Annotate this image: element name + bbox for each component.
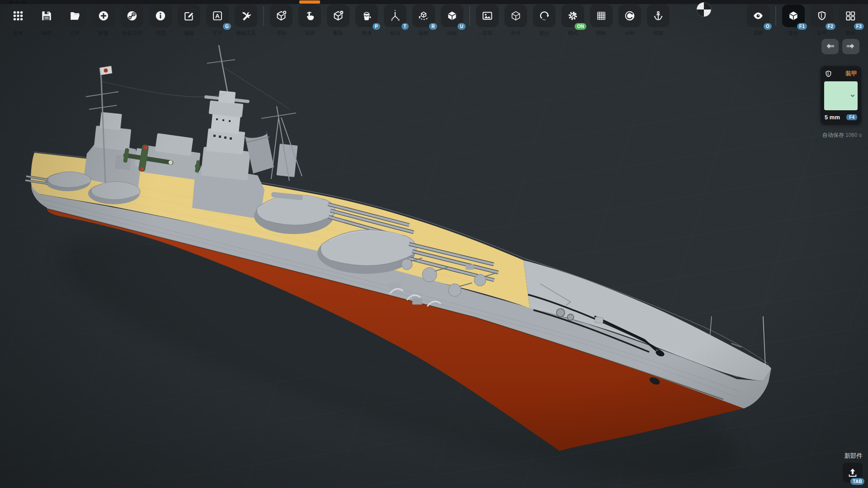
- autosave-label: 自动保存: [822, 132, 844, 138]
- new-part-label: 新部件: [844, 452, 863, 460]
- grid-menu-icon: [12, 10, 24, 22]
- axis-icon: YZX: [389, 10, 401, 22]
- armor-mode-button[interactable]: F2装甲: [811, 5, 833, 27]
- scale-button[interactable]: U缩放: [441, 5, 463, 27]
- cube-solid-icon: [788, 10, 799, 22]
- key-badge: F1: [797, 23, 807, 30]
- reset-view-button[interactable]: 复位: [533, 5, 556, 27]
- rotate-button[interactable]: R旋转: [412, 5, 435, 27]
- titlebar-mark: [9, 1, 13, 3]
- save-button[interactable]: 保存: [35, 5, 58, 27]
- tools-icon: [240, 10, 252, 22]
- info-icon: [155, 10, 166, 22]
- key-badge: G: [223, 23, 231, 30]
- key-badge: R: [429, 23, 437, 30]
- edit-button[interactable]: 编辑: [178, 5, 200, 27]
- tool-group-observe: O观察: [747, 5, 769, 27]
- viewport-3d[interactable]: [0, 0, 868, 488]
- autosave-value: 1060 s: [845, 132, 862, 138]
- toolbar-divider: [263, 6, 264, 26]
- undo-button[interactable]: [821, 39, 839, 54]
- titlebar-mark: [15, 1, 19, 3]
- titlebar-mark: [22, 1, 26, 3]
- build-mode-button[interactable]: F1建造: [782, 5, 805, 27]
- plus-circle-icon: [98, 10, 109, 22]
- text-a-icon: A: [212, 10, 223, 22]
- paint-bucket-icon: [361, 10, 373, 22]
- key-badge: F2: [826, 23, 835, 30]
- center-of-mass-indicator: [696, 2, 712, 17]
- arrow-left-icon: [825, 42, 835, 51]
- titlebar: [0, 0, 868, 4]
- toolbar-divider: [469, 6, 470, 26]
- armor-key-badge: F4: [846, 114, 857, 120]
- steam-icon: [126, 10, 138, 22]
- history-controls: [821, 39, 859, 54]
- autosave-status: 自动保存 1060 s: [822, 131, 862, 139]
- shell-button[interactable]: 外壳: [505, 5, 527, 27]
- background-button[interactable]: 背景: [476, 5, 499, 27]
- cube-solid-icon: [446, 10, 458, 22]
- shield-icon: [825, 70, 832, 78]
- info-button[interactable]: 信息: [149, 5, 172, 27]
- redo-button[interactable]: [842, 39, 859, 54]
- armor-color-swatch[interactable]: [824, 81, 858, 110]
- key-badge: U: [458, 23, 466, 30]
- workshop-button[interactable]: 创意工坊: [121, 5, 143, 27]
- image-icon: [481, 10, 493, 22]
- gear-icon: [567, 10, 579, 22]
- settings-button[interactable]: ON模式: [561, 5, 584, 27]
- main-toolbar: 菜单保存打开新建创意工坊信息编辑AG文字辅助工具添加选择删除P喷漆YZXT移动R…: [7, 5, 670, 27]
- svg-text:Z: Z: [391, 19, 393, 21]
- tool-group-modes: F1建造F2装甲F3部件: [782, 5, 862, 27]
- folder-open-icon: [69, 10, 81, 22]
- save-icon: [41, 10, 52, 22]
- remove-block-button[interactable]: 删除: [327, 5, 349, 27]
- edit-icon: [183, 10, 195, 22]
- app-window: 菜单保存打开新建创意工坊信息编辑AG文字辅助工具添加选择删除P喷漆YZXT移动R…: [0, 0, 868, 488]
- dock-button[interactable]: 停靠: [647, 5, 670, 27]
- mode-toolbar: O观察F1建造F2装甲F3部件: [747, 5, 862, 27]
- parts-mode-button[interactable]: F3部件: [839, 5, 862, 27]
- svg-text:A: A: [215, 13, 220, 19]
- rotate-arrow-icon: [538, 10, 550, 22]
- select-button[interactable]: 选择: [298, 5, 321, 27]
- move-button[interactable]: YZXT移动: [384, 5, 406, 27]
- toolbar-divider: [775, 6, 776, 26]
- tool-group-build: 添加选择删除P喷漆YZXT移动R旋转U缩放: [270, 5, 463, 27]
- text-button[interactable]: AG文字: [206, 5, 229, 27]
- grid-mesh-icon: [595, 10, 607, 22]
- camera-icon: [624, 10, 636, 22]
- modules-icon: [844, 10, 856, 22]
- arrow-right-icon: [845, 42, 856, 51]
- shield-icon: [816, 10, 827, 21]
- menu-button[interactable]: 菜单: [7, 5, 29, 27]
- cube-plus-icon: [275, 10, 287, 22]
- open-button[interactable]: 打开: [64, 5, 86, 27]
- eye-icon: [752, 10, 764, 22]
- hand-icon: [304, 10, 316, 22]
- add-block-button[interactable]: 添加: [270, 5, 292, 27]
- tool-group-view: 背景外壳复位ON模式网格录制停靠: [476, 5, 670, 27]
- upload-icon: [847, 467, 859, 479]
- new-part-control: 新部件 TAB: [843, 452, 863, 483]
- new-part-button[interactable]: TAB: [843, 463, 863, 483]
- key-badge: F3: [854, 23, 864, 30]
- cube-minus-icon: [332, 10, 344, 22]
- armor-thickness-value: 5 mm: [825, 114, 840, 121]
- record-button[interactable]: 录制: [618, 5, 641, 27]
- key-badge: O: [764, 23, 772, 30]
- tools-button[interactable]: 辅助工具: [235, 5, 257, 27]
- armor-panel: 装甲 5 mm F4: [821, 66, 861, 125]
- cube-outline-icon: [510, 10, 522, 22]
- key-badge: ON: [575, 23, 586, 30]
- observe-mode-button[interactable]: O观察: [747, 5, 769, 27]
- key-badge: P: [373, 23, 380, 30]
- key-badge: T: [401, 23, 409, 30]
- tab-key-badge: TAB: [850, 478, 864, 485]
- new-button[interactable]: 新建: [92, 5, 115, 27]
- cube-rotate-icon: [418, 10, 429, 22]
- tool-group-file: 菜单保存打开新建创意工坊信息编辑AG文字辅助工具: [7, 5, 257, 27]
- paint-button[interactable]: P喷漆: [355, 5, 378, 27]
- grid-button[interactable]: 网格: [590, 5, 613, 27]
